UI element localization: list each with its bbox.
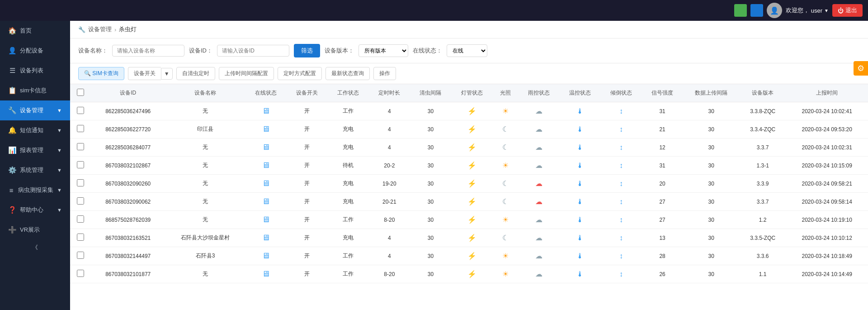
row-tilt: ↕ xyxy=(600,247,642,265)
row-clean: 30 xyxy=(410,138,451,157)
light-moon-icon: ☾ xyxy=(502,234,509,242)
row-clean: 30 xyxy=(410,175,451,193)
row-checkbox[interactable] xyxy=(77,107,84,114)
tilt-icon: ↕ xyxy=(619,107,623,115)
rain-cloud-icon: ☁ xyxy=(535,162,542,169)
row-online-status: 🖥 xyxy=(245,157,286,175)
row-online-status: 🖥 xyxy=(245,229,286,247)
sidebar-collapse-button[interactable]: 《 xyxy=(0,240,70,255)
table-row: 868575028762039 无 🖥 开 工作 8-20 30 ⚡ ☀ ☁ 🌡… xyxy=(70,211,868,229)
sidebar-item-home[interactable]: 🏠 首页 xyxy=(0,21,70,41)
light-moon-icon: ☾ xyxy=(502,180,509,187)
monitor-icon: 🖥 xyxy=(262,197,270,206)
light-sun-icon: ☀ xyxy=(502,162,509,169)
row-checkbox[interactable] xyxy=(77,179,84,186)
sidebar-item-device-list[interactable]: ☰ 设备列表 xyxy=(0,61,70,81)
rain-cloud-red-icon: ☁ xyxy=(535,198,542,205)
sidebar-item-pest[interactable]: ≡ 病虫测报采集 ▼ xyxy=(0,180,70,200)
timer-mode-button[interactable]: 定时方式配置 xyxy=(278,67,322,80)
topbar-square1[interactable] xyxy=(734,4,747,17)
topbar-username: user xyxy=(811,7,822,14)
row-checkbox[interactable] xyxy=(77,215,84,223)
rain-cloud-icon: ☁ xyxy=(535,234,542,242)
row-rain: ☁ xyxy=(518,247,559,265)
row-tilt: ↕ xyxy=(600,265,642,283)
row-work-status: 工作 xyxy=(328,211,369,229)
row-tilt: ↕ xyxy=(600,229,642,247)
filter-button[interactable]: 筛选 xyxy=(294,44,320,57)
operate-button[interactable]: 操作 xyxy=(373,67,396,80)
row-temp: 🌡 xyxy=(559,193,600,211)
thermo-icon: 🌡 xyxy=(576,216,584,224)
row-signal: 28 xyxy=(642,247,683,265)
device-switch-dropdown[interactable]: ▼ xyxy=(161,68,173,80)
upload-interval-button[interactable]: 上传时间间隔配置 xyxy=(219,67,274,80)
row-version: 3.3.9 xyxy=(740,175,786,193)
row-version: 3.3.4-ZQC xyxy=(740,120,786,138)
version-select[interactable]: 所有版本 xyxy=(359,44,408,57)
row-checkbox[interactable] xyxy=(77,270,84,277)
sidebar-label-sim: sim卡信息 xyxy=(20,86,47,95)
col-rain-status: 雨控状态 xyxy=(518,84,559,102)
lamp-bolt-red-icon: ⚡ xyxy=(467,216,476,224)
row-checkbox[interactable] xyxy=(77,234,84,241)
col-signal: 信号强度 xyxy=(642,84,683,102)
sidebar-item-system[interactable]: ⚙️ 系统管理 ▼ xyxy=(0,160,70,180)
latest-status-button[interactable]: 最新状态查询 xyxy=(326,67,370,80)
filter-id-label: 设备ID： xyxy=(189,47,212,55)
row-checkbox-cell xyxy=(70,102,91,120)
select-all-checkbox[interactable] xyxy=(77,89,84,96)
row-checkbox[interactable] xyxy=(77,143,84,150)
row-timer: 8-20 xyxy=(369,211,410,229)
device-name-input[interactable] xyxy=(112,45,184,57)
row-device-id: 867038032163521 xyxy=(91,229,165,247)
sidebar-item-help[interactable]: ❓ 帮助中心 ▼ xyxy=(0,200,70,220)
sidebar-item-assign[interactable]: 👤 分配设备 xyxy=(0,41,70,61)
device-switch-button[interactable]: 设备开关 xyxy=(128,67,161,80)
sidebar-item-vr[interactable]: ➕ VR展示 xyxy=(0,220,70,240)
row-online-status: 🖥 xyxy=(245,120,286,138)
row-signal: 27 xyxy=(642,193,683,211)
row-upload-interval: 30 xyxy=(683,265,740,283)
thermo-icon: 🌡 xyxy=(576,107,584,115)
row-switch: 开 xyxy=(287,229,328,247)
device-id-input[interactable] xyxy=(217,45,289,57)
sim-query-button[interactable]: 🔍 SIM卡查询 xyxy=(78,67,124,80)
row-checkbox[interactable] xyxy=(77,197,84,205)
row-clean: 30 xyxy=(410,247,451,265)
row-time: 2020-03-24 10:15:09 xyxy=(786,157,868,175)
sidebar-label-device-manage: 设备管理 xyxy=(20,106,43,114)
row-checkbox[interactable] xyxy=(77,252,84,259)
sidebar-item-report[interactable]: 📊 报表管理 ▼ xyxy=(0,140,70,160)
corner-settings-button[interactable]: ⚙ xyxy=(854,61,868,76)
sidebar-item-sms[interactable]: 🔔 短信通知 ▼ xyxy=(0,120,70,140)
topbar-square2[interactable] xyxy=(750,4,763,17)
status-select[interactable]: 在线 离线 全部 xyxy=(447,44,487,57)
row-device-name: 无 xyxy=(165,175,245,193)
sidebar-item-sim[interactable]: 📋 sim卡信息 xyxy=(0,81,70,100)
row-device-name: 无 xyxy=(165,157,245,175)
row-upload-interval: 30 xyxy=(683,120,740,138)
settings-icon: ⚙ xyxy=(857,63,864,73)
row-time: 2020-03-24 10:19:10 xyxy=(786,211,868,229)
row-work-status: 充电 xyxy=(328,120,369,138)
logout-button[interactable]: ⏻ 退出 xyxy=(832,4,863,17)
thermo-icon: 🌡 xyxy=(576,180,584,187)
row-rain: ☁ xyxy=(518,211,559,229)
row-checkbox[interactable] xyxy=(77,161,84,168)
chevron-down-icon6: ▼ xyxy=(57,207,62,213)
sidebar-item-device-manage[interactable]: 🔧 设备管理 ▼ xyxy=(0,100,70,120)
row-time: 2020-03-24 10:02:31 xyxy=(786,138,868,157)
row-rain: ☁ xyxy=(518,120,559,138)
row-lamp: ⚡ xyxy=(451,247,492,265)
col-checkbox xyxy=(70,84,91,102)
row-checkbox[interactable] xyxy=(77,125,84,132)
auto-timer-button[interactable]: 自清虫定时 xyxy=(176,67,215,80)
row-tilt: ↕ xyxy=(600,211,642,229)
row-online-status: 🖥 xyxy=(245,138,286,157)
breadcrumb-parent: 设备管理 xyxy=(88,25,112,33)
sidebar-label-pest: 病虫测报采集 xyxy=(18,186,53,194)
row-lamp: ⚡ xyxy=(451,211,492,229)
row-time: 2020-03-24 09:58:21 xyxy=(786,175,868,193)
row-rain: ☁ xyxy=(518,265,559,283)
